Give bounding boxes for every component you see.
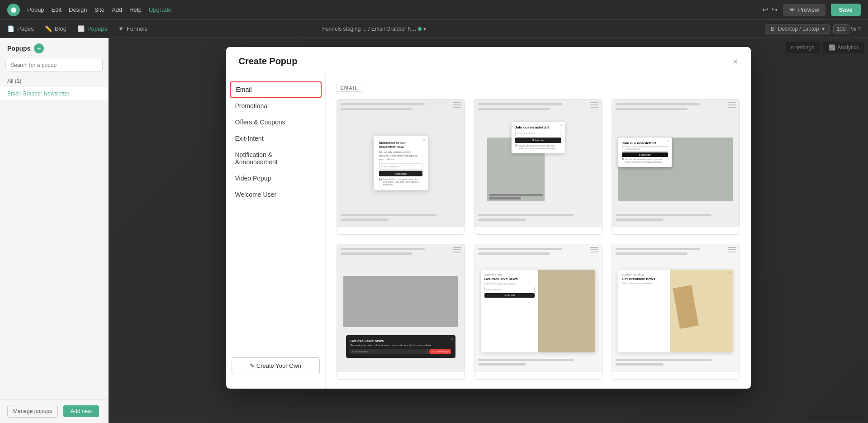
template-footer-6 [612,371,740,379]
modal-nav-video[interactable]: Video Popup [226,170,325,186]
preview-image-4 [343,276,458,327]
template-footer-2 [474,227,602,234]
sidebar-header: Popups + [0,38,108,59]
template-preview-5: × Subscribe now Get exclusive news Enter… [474,244,602,371]
modal-nav-promotional[interactable]: Promotional [226,98,325,114]
preview-btn-1: Subscribe [379,171,422,176]
redo-button[interactable]: ↪ [772,5,778,14]
subnav: 📄 Pages ✏️ Blog ⬜ Popups ▼ Funnels Funne… [0,20,868,38]
template-card-1[interactable]: × Subscribe to our newsletter now! Get w… [337,99,465,235]
menu-site[interactable]: Site [94,6,104,13]
modal-body: Email Promotional Offers & Coupons Exit-… [226,74,751,389]
template-footer-5 [474,371,602,379]
templates-grid: × Subscribe to our newsletter now! Get w… [337,99,740,380]
modal-nav-email[interactable]: Email [230,81,322,98]
preview-img-modal-2: × Join our newsletter! E-mail address Su… [511,122,564,153]
preview-bottom-lines [337,210,465,227]
zoom-control: % ? [833,24,861,33]
modal-nav-sidebar: Email Promotional Offers & Coupons Exit-… [226,74,326,389]
content-area: o settings 📈 Analytics Create Popup × Em… [109,38,868,423]
funnels-icon: ▼ [118,25,124,32]
undo-redo-group: ↩ ↪ [762,5,778,14]
modal-overlay: Create Popup × Email Promotional Offers … [109,38,868,423]
manage-popups-button[interactable]: Manage popups [7,405,58,418]
menu-popup[interactable]: Popup [27,6,44,13]
search-input[interactable] [5,59,103,71]
template-preview-3: × Join our newsletter! E-mail address Su… [612,100,740,227]
sidebar-title: Popups [7,45,30,52]
left-sidebar: Popups + All (1) Email Grabber Newslette… [0,38,109,423]
topbar: Popup Edit Design Site Add Help Upgrade … [0,0,868,20]
template-footer-4 [337,371,465,379]
menu-edit[interactable]: Edit [52,6,62,13]
preview-input-1: E-mail address [379,163,422,170]
zoom-input[interactable] [833,24,849,33]
subnav-funnels[interactable]: ▼ Funnels [118,25,147,32]
template-card-6[interactable]: × SUBSCRIBE NOW Get exclusiv [612,244,740,380]
menu-design[interactable]: Design [69,6,87,13]
template-preview-6: × SUBSCRIBE NOW Get exclusiv [612,244,740,371]
template-footer-1 [337,227,465,234]
menu-help[interactable]: Help [129,6,142,13]
preview-check-1: I would like to receive news, tips and t… [379,178,422,186]
modal-close-button[interactable]: × [733,57,738,66]
monitor-icon: 🖥 [770,26,775,32]
popups-icon: ⬜ [77,25,85,32]
subnav-pages[interactable]: 📄 Pages [7,25,34,32]
preview-close-icon: × [423,137,425,142]
modal-title: Create Popup [239,56,298,67]
preview-menu [453,102,461,107]
template-preview-1: × Subscribe to our newsletter now! Get w… [337,100,465,227]
template-card-2[interactable]: × Join our newsletter! E-mail address Su… [474,99,602,235]
modal-nav-offers[interactable]: Offers & Coupons [226,114,325,130]
modal-nav-exit-intent[interactable]: Exit-Intent [226,130,325,147]
template-card-4[interactable]: × Get exclusive news Get weekly updates … [337,244,465,380]
modal-sidebar-bottom: ✎ Create Your Own [226,350,325,381]
menu-upgrade[interactable]: Upgrade [149,6,171,13]
chevron-down-icon: ▾ [423,26,426,32]
topbar-left: Popup Edit Design Site Add Help Upgrade [7,4,171,16]
preview-modal-1: × Subscribe to our newsletter now! Get w… [374,136,428,190]
subnav-blog[interactable]: ✏️ Blog [45,25,66,32]
sidebar-bottom: Manage popups Add new [0,399,108,423]
preview-overlay-modal-3: × Join our newsletter! E-mail address Su… [618,138,672,167]
modal-header: Create Popup × [226,47,751,74]
breadcrumb-path[interactable]: Funnels staging ... / Email Grabber N...… [323,26,426,32]
device-selector[interactable]: 🖥 Desktop / Laptop ▾ [765,24,830,34]
app-logo[interactable] [7,4,20,16]
modal-nav-welcome[interactable]: Welcome User [226,186,325,203]
add-popup-button[interactable]: + [34,43,44,53]
topbar-menu: Popup Edit Design Site Add Help Upgrade [27,6,171,13]
section-label-email: EMAIL [337,84,362,92]
preview-dark-modal-4: × Get exclusive news Get weekly updates … [346,335,455,358]
preview-modal-6: × SUBSCRIBE NOW Get exclusiv [618,270,733,352]
add-new-button[interactable]: Add new [63,405,99,417]
eye-icon: 👁 [789,6,795,13]
preview-title-1: Subscribe to our newsletter now! [379,140,422,149]
subnav-center: Funnels staging ... / Email Grabber N...… [323,26,426,32]
template-preview-4: × Get exclusive news Get weekly updates … [337,244,465,371]
topbar-right: ↩ ↪ 👁 Preview Save [762,4,861,16]
create-own-button[interactable]: ✎ Create Your Own [232,357,320,374]
undo-button[interactable]: ↩ [762,5,768,14]
status-dot [418,27,422,31]
main-layout: Popups + All (1) Email Grabber Newslette… [0,38,868,423]
pages-icon: 📄 [7,25,14,32]
preview-button[interactable]: 👁 Preview [783,4,825,16]
preview-top-lines [337,100,465,116]
modal-nav-notification[interactable]: Notification & Announcement [226,147,325,170]
template-footer-3 [612,227,740,234]
preview-photo-5 [538,270,596,352]
template-card-3[interactable]: × Join our newsletter! E-mail address Su… [612,99,740,235]
preview-modal-5: × Subscribe now Get exclusive news Enter… [481,270,596,352]
menu-add[interactable]: Add [112,6,122,13]
template-card-5[interactable]: × Subscribe now Get exclusive news Enter… [474,244,602,380]
save-button[interactable]: Save [831,4,861,16]
subnav-popups[interactable]: ⬜ Popups [77,25,107,32]
help-icon: ? [858,26,861,32]
sidebar-item-email-grabber[interactable]: Email Grabber Newsletter [0,87,108,100]
subnav-right: 🖥 Desktop / Laptop ▾ % ? [765,24,861,34]
preview-photo-6 [670,270,733,352]
preview-sub-1: Get weekly updates on live streams, news… [379,151,422,161]
blog-icon: ✏️ [45,25,52,32]
